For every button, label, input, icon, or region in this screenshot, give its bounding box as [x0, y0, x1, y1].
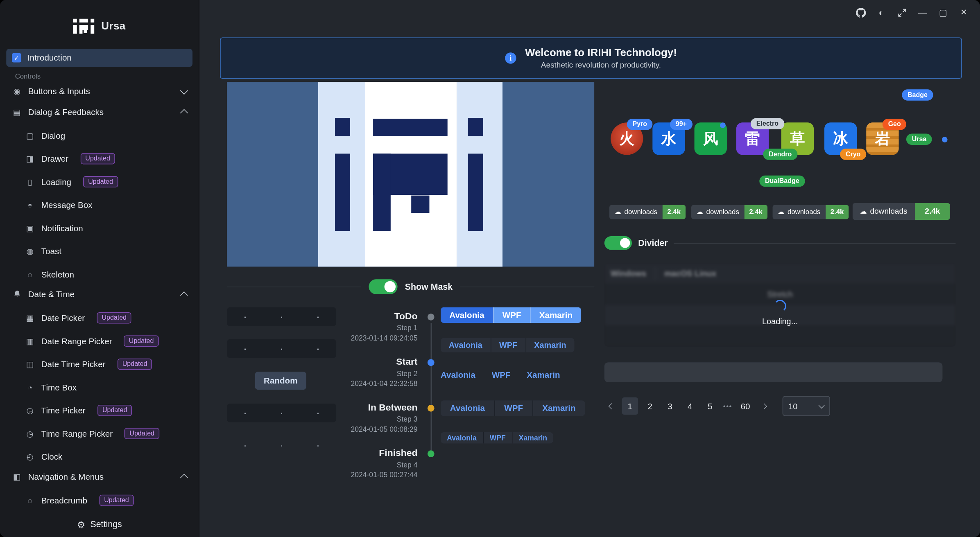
theme-toggle-icon[interactable]: ◐ — [874, 6, 889, 20]
next-page-button[interactable] — [757, 397, 771, 415]
time-range-picker-icon: ◷ — [25, 429, 35, 438]
sidebar-item-clock[interactable]: ◴ Clock — [6, 448, 192, 465]
sidebar-group-buttons-inputs[interactable]: ◉ Buttons & Inputs — [6, 82, 192, 101]
sidebar-item-introduction[interactable]: ✓ Introduction — [6, 49, 192, 67]
settings-button[interactable]: ⚙ Settings — [0, 511, 199, 537]
github-icon[interactable] — [853, 6, 868, 20]
sidebar-item-dialog[interactable]: ▢ Dialog — [6, 127, 192, 144]
loading-overlay: Loading... — [604, 263, 956, 347]
sidebar-group-dialog-feedbacks[interactable]: ▤ Dialog & Feedbacks — [6, 102, 192, 121]
avalonia-button[interactable]: Avalonia — [441, 307, 493, 323]
wpf-button[interactable]: WPF — [492, 370, 511, 380]
page-size-select[interactable]: 10 — [782, 396, 830, 416]
ursa-logo-icon — [73, 17, 95, 36]
avalonia-button[interactable]: Avalonia — [441, 370, 475, 380]
sidebar-item-label: Time Picker — [41, 406, 86, 415]
xamarin-button[interactable]: Xamarin — [525, 338, 575, 352]
ursa-badge: Ursa — [906, 134, 932, 145]
app-logo: Ursa — [0, 0, 199, 46]
downloads-label: downloads — [870, 208, 907, 215]
page-button-3[interactable]: 3 — [662, 397, 678, 415]
button-group-large: Avalonia WPF Xamarin — [441, 400, 585, 416]
xamarin-button[interactable]: Xamarin — [532, 400, 585, 416]
check-square-icon: ✓ — [12, 53, 21, 63]
thunder-char: 雷 — [745, 129, 760, 149]
sidebar-item-time-box[interactable]: ◔ Time Box — [6, 379, 192, 396]
sidebar: Ursa ✓ Introduction Controls ◉ Buttons &… — [0, 0, 199, 537]
show-mask-toggle[interactable] — [369, 279, 397, 294]
avalonia-button[interactable]: Avalonia — [441, 432, 483, 443]
time-box-input-disabled: ... — [227, 436, 336, 455]
time-box-input[interactable]: ... — [227, 307, 336, 326]
sidebar-item-notification[interactable]: ▣ Notification — [6, 219, 192, 237]
xamarin-button[interactable]: Xamarin — [512, 432, 553, 443]
group-label: Dialog & Feedbacks — [28, 107, 104, 117]
wpf-button[interactable]: WPF — [494, 400, 532, 416]
loading-table: Windows macOS Linux Stretch Loading... — [604, 263, 956, 347]
minimize-button[interactable]: — — [915, 6, 930, 20]
updated-badge: Updated — [99, 495, 134, 506]
step-name: ToDo — [330, 310, 418, 321]
group-label: Navigation & Menus — [28, 472, 104, 481]
rock-char: 岩 — [875, 129, 890, 149]
sidebar-item-date-picker[interactable]: ▦ Date Picker Updated — [6, 309, 192, 327]
page-button-60[interactable]: 60 — [737, 397, 754, 415]
sidebar-group-navigation-menus[interactable]: ◧ Navigation & Menus — [6, 467, 192, 486]
wpf-button[interactable]: WPF — [483, 432, 512, 443]
date-picker-icon: ▦ — [25, 314, 35, 322]
page-button-2[interactable]: 2 — [642, 397, 658, 415]
app-title: Ursa — [101, 20, 126, 33]
wpf-button[interactable]: WPF — [493, 307, 530, 323]
time-box-input[interactable]: ... — [227, 339, 336, 358]
skeleton-demo-image — [227, 82, 594, 267]
step-index: Step 4 — [330, 461, 418, 468]
avalonia-button[interactable]: Avalonia — [441, 338, 491, 352]
divider-toggle[interactable] — [604, 236, 632, 250]
wpf-button[interactable]: WPF — [491, 338, 525, 352]
close-button[interactable]: × — [956, 6, 971, 20]
updated-badge: Updated — [97, 312, 131, 323]
downloads-value: 2.4k — [744, 205, 767, 219]
water-char: 水 — [661, 129, 677, 149]
updated-badge: Updated — [124, 336, 159, 347]
xamarin-button[interactable]: Xamarin — [530, 307, 582, 323]
maximize-button[interactable]: ▢ — [936, 6, 951, 20]
button-group-text: Avalonia WPF Xamarin — [441, 370, 560, 380]
sidebar-item-time-picker[interactable]: ◶ Time Picker Updated — [6, 402, 192, 419]
sidebar-item-date-range-picker[interactable]: ▥ Date Range Picker Updated — [6, 332, 192, 350]
ellipsis-icon[interactable]: ••• — [722, 402, 733, 410]
sidebar-item-date-time-picker[interactable]: ◫ Date Time Picker Updated — [6, 355, 192, 373]
group-label: Date & Time — [28, 289, 75, 299]
dualbadge-pill: DualBadge — [759, 176, 805, 187]
avalonia-button[interactable]: Avalonia — [441, 400, 494, 416]
previous-page-button[interactable] — [604, 397, 618, 415]
sidebar-item-loading[interactable]: ▯ Loading Updated — [6, 173, 192, 191]
sidebar-item-label: Time Range Picker — [41, 429, 113, 438]
xamarin-button[interactable]: Xamarin — [527, 370, 560, 380]
gear-icon: ⚙ — [77, 519, 86, 529]
step-todo: ToDo Step 1 2023-01-14 09:24:05 — [330, 310, 418, 341]
page-button-5[interactable]: 5 — [702, 397, 718, 415]
divider-label: Divider — [638, 238, 668, 248]
random-button[interactable]: Random — [255, 372, 306, 390]
fullscreen-icon[interactable] — [894, 6, 910, 20]
sidebar-item-drawer[interactable]: ◨ Drawer Updated — [6, 150, 192, 167]
sidebar-item-message-box[interactable]: ◓ Message Box — [6, 196, 192, 214]
sidebar-item-toast[interactable]: ◍ Toast — [6, 242, 192, 260]
page-button-4[interactable]: 4 — [682, 397, 698, 415]
updated-badge: Updated — [97, 405, 132, 416]
page-button-1[interactable]: 1 — [622, 397, 638, 415]
date-range-picker-icon: ▥ — [25, 337, 35, 345]
step-time: 2024-01-04 22:32:58 — [330, 380, 418, 387]
date-time-picker-icon: ◫ — [25, 360, 35, 368]
sidebar-item-label: Drawer — [41, 154, 68, 163]
time-box-input[interactable]: ... — [227, 404, 336, 422]
sidebar-group-date-time[interactable]: Date & Time — [6, 285, 192, 304]
sidebar-item-time-range-picker[interactable]: ◷ Time Range Picker Updated — [6, 425, 192, 442]
sidebar-item-label: Loading — [41, 177, 71, 187]
time-picker-icon: ◶ — [25, 406, 35, 415]
sidebar-item-breadcrumb[interactable]: ◌ Breadcrumb Updated — [6, 492, 192, 509]
sidebar-item-skeleton[interactable]: ◌ Skeleton — [6, 266, 192, 283]
sidebar-scroll-area[interactable]: Ursa ✓ Introduction Controls ◉ Buttons &… — [0, 0, 199, 511]
navigation-icon: ◧ — [12, 473, 22, 481]
